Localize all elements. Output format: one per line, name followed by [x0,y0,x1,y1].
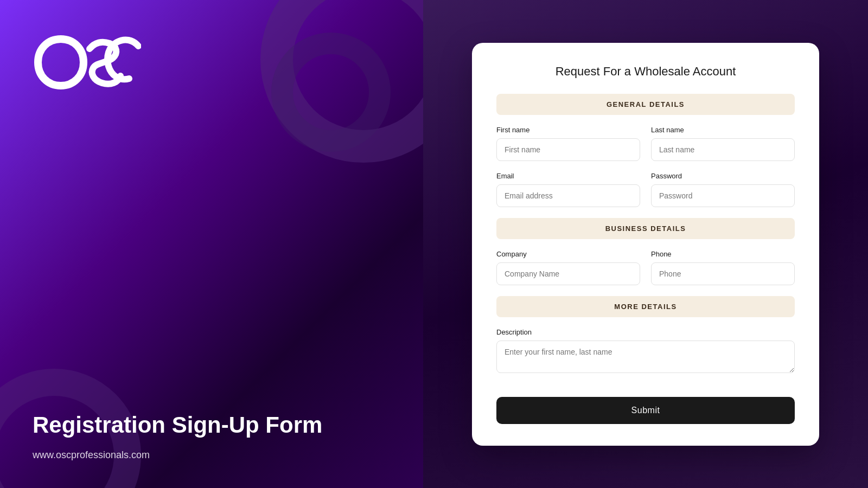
tagline: Registration Sign-Up Form [33,412,391,439]
left-panel: Registration Sign-Up Form www.oscprofess… [0,0,423,488]
description-group: Description [496,328,795,373]
company-input[interactable] [496,262,640,285]
password-group: Password [651,172,795,207]
website-url: www.oscprofessionals.com [33,450,391,461]
password-label: Password [651,172,795,180]
email-input[interactable] [496,184,640,207]
first-name-input[interactable] [496,138,640,161]
logo [33,33,391,94]
right-panel: Request For a Wholesale Account GENERAL … [423,0,868,488]
description-input[interactable] [496,341,795,373]
left-content: Registration Sign-Up Form www.oscprofess… [33,412,391,461]
more-details-header: MORE DETAILS [496,296,795,317]
name-row: First name Last name [496,126,795,161]
general-details-header: GENERAL DETAILS [496,94,795,115]
phone-label: Phone [651,250,795,258]
email-group: Email [496,172,640,207]
last-name-group: Last name [651,126,795,161]
business-details-header: BUSINESS DETAILS [496,218,795,239]
form-title: Request For a Wholesale Account [496,65,795,79]
submit-button[interactable]: Submit [496,397,795,424]
email-password-row: Email Password [496,172,795,207]
form-card: Request For a Wholesale Account GENERAL … [472,43,819,446]
first-name-label: First name [496,126,640,134]
description-label: Description [496,328,795,336]
last-name-label: Last name [651,126,795,134]
company-label: Company [496,250,640,258]
company-phone-row: Company Phone [496,250,795,285]
company-group: Company [496,250,640,285]
email-label: Email [496,172,640,180]
phone-input[interactable] [651,262,795,285]
last-name-input[interactable] [651,138,795,161]
phone-group: Phone [651,250,795,285]
password-input[interactable] [651,184,795,207]
first-name-group: First name [496,126,640,161]
